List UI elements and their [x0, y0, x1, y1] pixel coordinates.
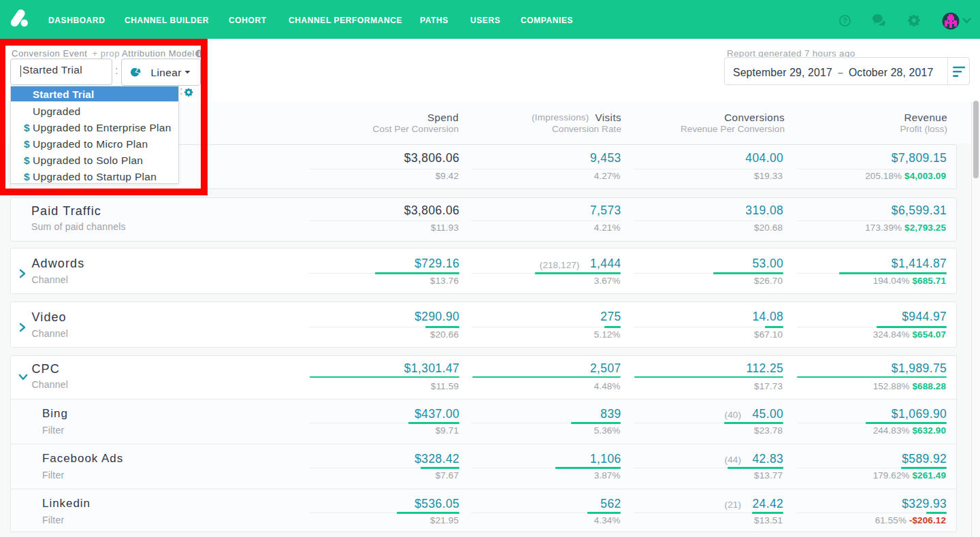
svg-text:?: ?	[843, 16, 847, 25]
